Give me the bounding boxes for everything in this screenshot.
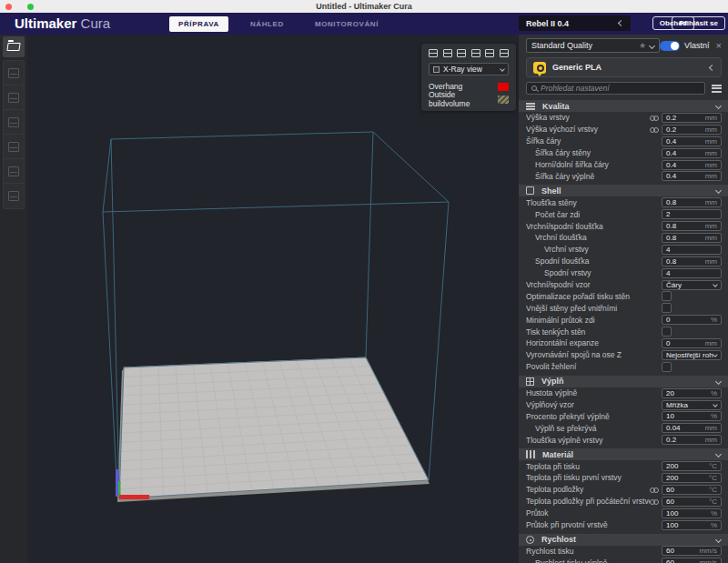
section-header[interactable]: Výplň: [519, 376, 728, 387]
setting-row: Tloušťka stěny0.8mm: [519, 196, 728, 208]
setting-input[interactable]: 0.8mm: [662, 256, 722, 266]
legend-label: Outside buildvolume: [429, 90, 498, 108]
custom-settings-toggle[interactable]: [660, 41, 680, 51]
setting-value: 0.4: [666, 161, 705, 169]
setting-unit: %: [711, 389, 717, 397]
move-tool-button[interactable]: [4, 61, 24, 85]
setting-input[interactable]: 0.8mm: [662, 197, 722, 207]
setting-row: Výplňový vzorMřížka: [519, 399, 728, 411]
scale-tool-icon: [8, 93, 19, 103]
setting-value: 0.2: [666, 126, 705, 134]
settings-menu-icon[interactable]: [712, 85, 722, 93]
setting-input[interactable]: 0.2mm: [662, 113, 722, 123]
tab-prepare[interactable]: PŘÍPRAVA: [169, 16, 228, 32]
setting-row: Výška výchozí vrstvy0.2mm: [519, 124, 728, 136]
setting-dropdown[interactable]: Čáry: [662, 280, 722, 290]
profile-dropdown[interactable]: Standard Quality ★: [526, 38, 660, 53]
setting-input[interactable]: 0.4mm: [662, 148, 722, 158]
setting-input[interactable]: 60°C: [662, 497, 722, 507]
setting-input[interactable]: 100%: [662, 520, 722, 530]
setting-input[interactable]: 10%: [662, 411, 722, 421]
setting-label: Počet čar zdi: [526, 210, 650, 219]
setting-label: Tloušťka výplně vrstvy: [526, 436, 650, 445]
open-file-button[interactable]: [3, 36, 25, 57]
mirror-tool-button[interactable]: [4, 135, 24, 159]
setting-label: Teplota při tisku první vrstvy: [526, 473, 650, 482]
setting-input[interactable]: 0mm: [662, 338, 722, 348]
setting-input[interactable]: 0%: [662, 315, 722, 325]
sign-in-button[interactable]: Přihlásit se: [672, 16, 725, 30]
setting-input[interactable]: 100%: [662, 508, 722, 518]
setting-input[interactable]: 60mm/s: [662, 546, 722, 556]
per-model-settings-tool-button[interactable]: [4, 159, 24, 184]
setting-input[interactable]: 0.4mm: [662, 171, 722, 181]
setting-input[interactable]: 2: [662, 209, 722, 219]
setting-row: Horní/dolní šířka čáry0.4mm: [519, 159, 728, 171]
rotate-tool-icon: [8, 117, 19, 127]
tab-preview[interactable]: NÁHLED: [241, 16, 293, 32]
setting-input[interactable]: 60°C: [662, 485, 722, 495]
material-badge-icon: [533, 62, 546, 74]
section-title: Kvalita: [542, 102, 716, 111]
setting-input[interactable]: 4: [662, 245, 722, 255]
setting-checkbox[interactable]: [662, 362, 672, 372]
printer-selector[interactable]: Rebel II 0.4: [519, 15, 631, 31]
section-header[interactable]: Materiál: [519, 448, 728, 460]
viewport-3d[interactable]: [0, 35, 519, 563]
setting-input[interactable]: 0.2mm: [662, 125, 722, 135]
link-icon: [650, 126, 659, 133]
setting-input[interactable]: 200°C: [662, 461, 722, 471]
view-mode-dropdown[interactable]: X-Ray view: [429, 63, 509, 75]
logo-bold: Ultimaker: [15, 15, 76, 31]
setting-label: Povolit žehlení: [526, 362, 650, 371]
setting-value: 0.8: [666, 257, 705, 266]
view-3d-icon[interactable]: [429, 49, 438, 57]
legend-row: Outside buildvolume: [429, 94, 509, 105]
setting-unit: %: [711, 412, 717, 420]
close-icon[interactable]: ×: [716, 41, 722, 51]
setting-input[interactable]: 4: [662, 268, 722, 278]
setting-label: Vrchní/spodní vzor: [526, 280, 650, 289]
rotate-tool-button[interactable]: [4, 110, 24, 135]
setting-input[interactable]: 0.04mm: [662, 423, 722, 433]
setting-label: Průtok při prvotní vrstvě: [526, 520, 650, 529]
setting-input[interactable]: 200°C: [662, 473, 722, 483]
search-input[interactable]: [541, 84, 700, 93]
setting-checkbox[interactable]: [662, 327, 672, 337]
build-volume-scene: [0, 35, 519, 563]
setting-dropdown[interactable]: Nejostřejší roh: [662, 350, 722, 360]
setting-checkbox[interactable]: [662, 303, 672, 313]
camera-view-buttons: [429, 49, 509, 57]
view-top-icon[interactable]: [457, 49, 466, 57]
setting-input[interactable]: 0.4mm: [662, 160, 722, 170]
setting-checkbox[interactable]: [662, 291, 672, 301]
setting-label: Optimalizace pořadí tisku stěn: [526, 292, 650, 301]
setting-row: Povolit žehlení: [519, 361, 728, 373]
section-header[interactable]: Kvalita: [519, 100, 728, 112]
view-left-icon[interactable]: [471, 49, 480, 57]
scale-tool-button[interactable]: [4, 85, 24, 110]
setting-input[interactable]: 0.8mm: [662, 233, 722, 243]
setting-input[interactable]: 0.2mm: [662, 435, 722, 445]
setting-value: 20: [666, 389, 711, 397]
section-header[interactable]: Shell: [519, 185, 728, 196]
setting-unit: °C: [709, 486, 717, 494]
setting-value: 0: [666, 316, 711, 324]
setting-label: Minimální průtok zdi: [526, 316, 650, 325]
view-front-icon[interactable]: [443, 49, 452, 57]
setting-unit: mm: [705, 198, 717, 206]
setting-value: 0.8: [666, 198, 705, 206]
setting-input[interactable]: 60mm/s: [662, 558, 722, 563]
tab-monitor[interactable]: MONITOROVÁNÍ: [306, 16, 388, 32]
print-settings-panel: Standard Quality ★ Vlastní × Generic PLA: [519, 35, 728, 563]
view-right-icon[interactable]: [485, 49, 494, 57]
setting-input[interactable]: 0.4mm: [662, 136, 722, 146]
material-selector[interactable]: Generic PLA: [526, 57, 722, 77]
setting-input[interactable]: 0.8mm: [662, 221, 722, 231]
setting-dropdown[interactable]: Mřížka: [662, 400, 722, 410]
setting-input[interactable]: 20%: [662, 388, 722, 398]
setting-row: Teplota podložky60°C: [519, 484, 728, 496]
view-perspective-icon[interactable]: [500, 49, 509, 57]
section-header[interactable]: Rychlost: [519, 534, 728, 546]
support-blocker-tool-button[interactable]: [4, 184, 24, 208]
